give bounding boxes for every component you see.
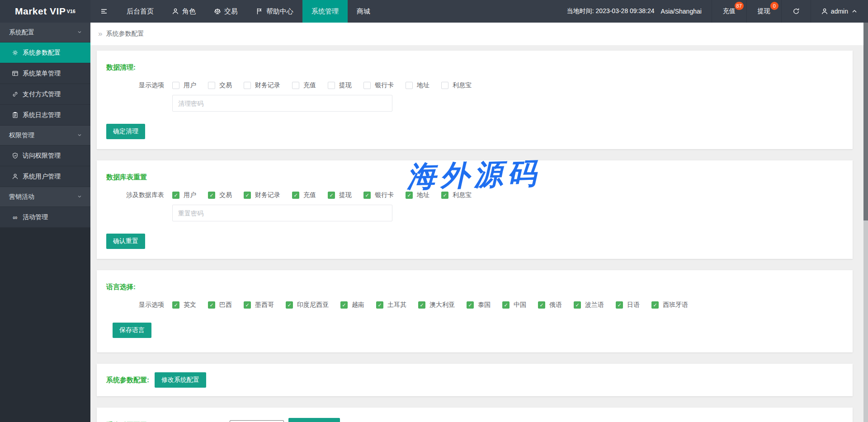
checkbox-icon[interactable] (538, 301, 545, 309)
sidebar-item-system-logs[interactable]: 系统日志管理 (0, 105, 90, 126)
username-text: admin (831, 8, 848, 15)
nav-item-dashboard[interactable]: 后台首页 (118, 0, 163, 23)
scrollbar-thumb[interactable] (863, 23, 868, 220)
sidebar-item-system-users[interactable]: 系统用户管理 (0, 166, 90, 187)
modify-timezone-button[interactable]: 修改系统时区 (288, 418, 340, 422)
checkbox-icon[interactable] (208, 192, 215, 199)
checkbox-option[interactable]: 利息宝 (441, 191, 472, 199)
checkbox-icon[interactable] (328, 82, 335, 89)
checkbox-icon[interactable] (363, 192, 371, 199)
checkbox-icon[interactable] (340, 301, 348, 309)
withdraw-label: 提现 (758, 7, 770, 15)
checkbox-icon[interactable] (616, 301, 623, 309)
checkbox-option[interactable]: 用户 (172, 191, 196, 199)
checkbox-option[interactable]: 澳大利亚 (418, 301, 455, 309)
modify-system-config-button[interactable]: 修改系统配置 (155, 372, 206, 388)
nav-item-mall[interactable]: 商城 (348, 0, 379, 23)
checkbox-icon[interactable] (292, 82, 299, 89)
checkbox-icon[interactable] (292, 192, 299, 199)
checkbox-icon[interactable] (244, 192, 251, 199)
checkbox-icon[interactable] (502, 301, 509, 309)
checkbox-option[interactable]: 波兰语 (574, 301, 604, 309)
checkbox-icon[interactable] (406, 192, 413, 199)
checkbox-option[interactable]: 银行卡 (363, 81, 394, 89)
checkbox-icon[interactable] (441, 82, 448, 89)
sidebar-item-payment-methods[interactable]: 支付方式管理 (0, 84, 90, 105)
data-clean-button-row: 确定清理 (106, 124, 844, 139)
save-language-button[interactable]: 保存语言 (113, 323, 151, 338)
checkbox-option[interactable]: 财务记录 (244, 191, 280, 199)
recharge-button[interactable]: 充值 87 (712, 0, 746, 23)
checkbox-option[interactable]: 西班牙语 (651, 301, 688, 309)
checkbox-option[interactable]: 提现 (328, 191, 352, 199)
breadcrumb-title: 系统参数配置 (106, 30, 144, 38)
checkbox-option[interactable]: 墨西哥 (244, 301, 274, 309)
sidebar-item-access-permissions[interactable]: 访问权限管理 (0, 145, 90, 166)
checkbox-icon[interactable] (651, 301, 659, 309)
sidebar-group-permissions[interactable]: 权限管理 (0, 126, 90, 145)
checkbox-option[interactable]: 充值 (292, 191, 316, 199)
confirm-reset-button[interactable]: 确认重置 (106, 234, 145, 249)
app-logo-text: Market VIP (15, 6, 66, 17)
checkbox-option[interactable]: 英文 (172, 301, 196, 309)
checkbox-label: 利息宝 (453, 81, 472, 89)
checkbox-icon[interactable] (574, 301, 581, 309)
checkbox-icon[interactable] (441, 192, 448, 199)
checkbox-label: 印度尼西亚 (297, 301, 329, 309)
timezone-select[interactable]: 请选择 (230, 420, 284, 422)
checkbox-icon[interactable] (406, 82, 413, 89)
checkbox-icon[interactable] (208, 301, 215, 309)
checkbox-icon[interactable] (286, 301, 293, 309)
checkbox-icon[interactable] (467, 301, 474, 309)
withdraw-button[interactable]: 提现 0 (746, 0, 781, 23)
checkbox-option[interactable]: 利息宝 (441, 81, 472, 89)
checkbox-icon[interactable] (172, 301, 179, 309)
checkbox-option[interactable]: 用户 (172, 81, 196, 89)
checkbox-icon[interactable] (172, 192, 179, 199)
checkbox-option[interactable]: 银行卡 (363, 191, 394, 199)
checkbox-icon[interactable] (244, 301, 251, 309)
checkbox-option[interactable]: 提现 (328, 81, 352, 89)
checkbox-option[interactable]: 印度尼西亚 (286, 301, 329, 309)
sidebar-group-marketing[interactable]: 营销活动 (0, 187, 90, 207)
checkbox-option[interactable]: 交易 (208, 191, 232, 199)
checkbox-option[interactable]: 俄语 (538, 301, 562, 309)
checkbox-option[interactable]: 日语 (616, 301, 640, 309)
checkbox-option[interactable]: 中国 (502, 301, 526, 309)
checkbox-option[interactable]: 交易 (208, 81, 232, 89)
nav-item-system-admin[interactable]: 系统管理 (302, 0, 348, 23)
checkbox-icon[interactable] (172, 82, 179, 89)
checkbox-icon[interactable] (363, 82, 371, 89)
nav-item-roles[interactable]: 角色 (163, 0, 205, 23)
clean-password-input[interactable] (172, 95, 392, 112)
sidebar-collapse-button[interactable] (90, 0, 118, 23)
confirm-clean-button[interactable]: 确定清理 (106, 124, 145, 139)
vertical-scrollbar[interactable] (863, 23, 868, 422)
checkbox-icon[interactable] (328, 192, 335, 199)
checkbox-icon[interactable] (208, 82, 215, 89)
checkbox-option[interactable]: 越南 (340, 301, 364, 309)
checkbox-option[interactable]: 巴西 (208, 301, 232, 309)
sidebar-item-system-menu[interactable]: 系统菜单管理 (0, 63, 90, 84)
checkbox-option[interactable]: 地址 (406, 81, 429, 89)
nav-item-trade[interactable]: 交易 (205, 0, 247, 23)
checkbox-icon[interactable] (376, 301, 383, 309)
checkbox-option[interactable]: 土耳其 (376, 301, 406, 309)
sidebar-item-activity-management[interactable]: ∞ 活动管理 (0, 207, 90, 228)
checkbox-icon[interactable] (244, 82, 251, 89)
checkbox-option[interactable]: 地址 (406, 191, 429, 199)
checkbox-option[interactable]: 财务记录 (244, 81, 280, 89)
user-menu[interactable]: admin (811, 0, 868, 23)
reset-password-input[interactable] (172, 205, 392, 221)
refresh-button[interactable] (781, 0, 811, 23)
top-navbar: Market VIP V16 后台首页 角色 交易 帮助中心 系统管理 商城 当… (0, 0, 868, 23)
checkbox-label: 波兰语 (585, 301, 604, 309)
sidebar-item-system-params[interactable]: 系统参数配置 (0, 42, 90, 63)
scales-icon (214, 8, 221, 15)
checkbox-option[interactable]: 充值 (292, 81, 316, 89)
checkbox-icon[interactable] (418, 301, 425, 309)
infinity-icon: ∞ (11, 214, 19, 221)
sidebar-group-system-config[interactable]: 系统配置 (0, 23, 90, 42)
checkbox-option[interactable]: 泰国 (467, 301, 491, 309)
nav-item-help-center[interactable]: 帮助中心 (247, 0, 302, 23)
